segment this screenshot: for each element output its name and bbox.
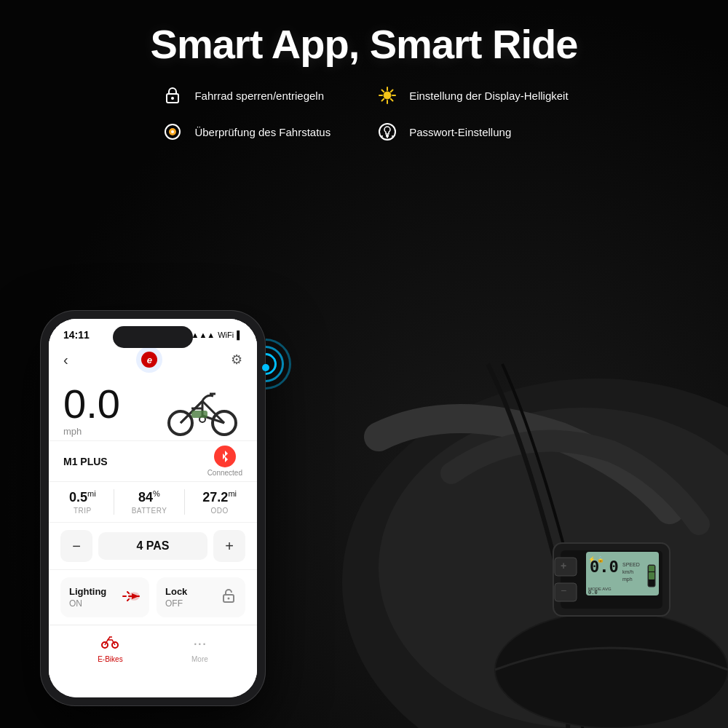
back-button[interactable]: ‹ [63, 352, 68, 368]
svg-text:SPEED: SPEED [622, 562, 640, 567]
features-col-left: Fahrrad sperren/entriegeln Überprüfung d… [159, 82, 331, 145]
svg-rect-49 [649, 572, 654, 579]
features-grid: Fahrrad sperren/entriegeln Überprüfung d… [0, 82, 728, 145]
nav-more[interactable]: ··· More [191, 634, 208, 663]
pas-value: 4 PAS [98, 532, 207, 560]
svg-line-11 [391, 99, 393, 101]
more-icon: ··· [193, 634, 206, 653]
lock-icon [159, 82, 186, 108]
odo-label: ODO [202, 507, 237, 515]
svg-line-12 [391, 90, 393, 92]
app-logo-letter: e [147, 355, 152, 365]
svg-rect-32 [191, 411, 207, 418]
svg-text:🔒: 🔒 [597, 555, 604, 563]
phone-body: 14:11 ▲▲▲ WiFi ▌ ‹ e ⚙ [40, 310, 266, 706]
ebikes-label: E-Bikes [98, 655, 122, 663]
bottom-nav: E-Bikes ··· More [49, 625, 257, 678]
svg-point-36 [228, 597, 230, 599]
wifi-icon: WiFi [218, 331, 234, 339]
bluetooth-icon [214, 446, 236, 467]
battery-label: BATTERY [132, 507, 167, 515]
app-interface: 14:11 ▲▲▲ WiFi ▌ ‹ e ⚙ [49, 319, 257, 697]
ebike-display-device: 0.0 SPEED km/h mph MODE AVG 0.0 + − ⚡ 🔒 [539, 521, 684, 641]
battery-value: 84% [132, 489, 167, 505]
svg-text:+: + [561, 560, 566, 571]
features-col-right: Einstellung der Display-Helligkeit Passw… [374, 82, 568, 145]
app-logo: e [136, 347, 162, 373]
odo-value: 27.2mi [202, 489, 237, 505]
trip-label: TRIP [69, 507, 96, 515]
svg-text:mph: mph [622, 577, 633, 582]
password-icon [374, 119, 400, 145]
lighting-label: Lighting [69, 586, 106, 597]
more-label: More [191, 655, 208, 663]
lock-control[interactable]: Lock OFF [157, 577, 245, 617]
main-title: Smart App, Smart Ride [0, 20, 728, 68]
handlebar-background [306, 218, 728, 728]
connection-status: Connected [207, 469, 242, 477]
speed-display: 0.0 mph [63, 384, 120, 437]
lock-icon [221, 587, 237, 608]
svg-text:−: − [561, 585, 566, 596]
stat-trip: 0.5mi TRIP [69, 489, 96, 515]
lighting-control[interactable]: Lighting ON [60, 577, 149, 617]
stat-divider-1 [114, 489, 114, 515]
stat-odo: 27.2mi ODO [202, 489, 237, 515]
phone-notch [113, 326, 193, 348]
stat-battery: 84% BATTERY [132, 489, 167, 515]
svg-point-16 [381, 135, 383, 137]
status-time: 14:11 [63, 329, 90, 341]
svg-text:km/h: km/h [622, 569, 633, 574]
svg-point-5 [384, 92, 391, 99]
lock-state: OFF [165, 598, 187, 609]
feature-status-text: Überprüfung des Fahrstatus [194, 126, 331, 138]
battery-icon: ▌ [237, 331, 242, 339]
speed-value: 0.0 [63, 384, 120, 424]
svg-text:0.0: 0.0 [588, 590, 598, 596]
device-name: M1 PLUS [63, 456, 108, 467]
app-logo-inner: e [141, 352, 157, 368]
app-navbar: ‹ e ⚙ [49, 344, 257, 379]
svg-line-13 [382, 99, 384, 101]
svg-text:⚡: ⚡ [588, 555, 596, 563]
svg-point-18 [392, 135, 393, 137]
brightness-icon [374, 82, 400, 108]
bike-image [162, 383, 242, 438]
lighting-state: ON [69, 598, 106, 609]
lighting-info: Lighting ON [69, 586, 106, 609]
pas-minus-button[interactable]: − [60, 530, 92, 562]
ebikes-icon [100, 634, 119, 653]
status-icon [159, 119, 186, 145]
controls-section: Lighting ON [49, 569, 257, 625]
phone-screen: 14:11 ▲▲▲ WiFi ▌ ‹ e ⚙ [49, 319, 257, 697]
trip-value: 0.5mi [69, 489, 96, 505]
feature-status: Überprüfung des Fahrstatus [159, 119, 331, 145]
connection-badge: Connected [207, 446, 242, 477]
connection-section: M1 PLUS Connected [49, 440, 257, 481]
speed-unit: mph [63, 426, 120, 437]
svg-point-17 [387, 137, 388, 138]
feature-lock-text: Fahrrad sperren/entriegeln [194, 90, 324, 102]
feature-lock: Fahrrad sperren/entriegeln [159, 82, 331, 108]
svg-point-1 [171, 97, 174, 100]
pas-section: − 4 PAS + [49, 522, 257, 569]
stats-section: 0.5mi TRIP 84% BATTERY 27.2mi [49, 481, 257, 522]
nav-ebikes[interactable]: E-Bikes [98, 634, 122, 663]
svg-rect-50 [649, 566, 654, 571]
lock-info: Lock OFF [165, 586, 187, 609]
status-icons: ▲▲▲ WiFi ▌ [191, 331, 242, 339]
svg-point-4 [171, 130, 174, 133]
header: Smart App, Smart Ride Fahrrad sperren/en… [0, 0, 728, 145]
lighting-icon [122, 588, 141, 607]
svg-line-10 [382, 90, 384, 92]
feature-password: Passwort-Einstellung [374, 119, 568, 145]
phone-mockup: 14:11 ▲▲▲ WiFi ▌ ‹ e ⚙ [40, 310, 266, 706]
signal-icon: ▲▲▲ [191, 331, 215, 339]
feature-brightness-text: Einstellung der Display-Helligkeit [409, 90, 568, 102]
speed-section: 0.0 mph [49, 379, 257, 440]
feature-password-text: Passwort-Einstellung [409, 126, 511, 138]
lock-label: Lock [165, 586, 187, 597]
stat-divider-2 [184, 489, 185, 515]
pas-plus-button[interactable]: + [213, 530, 245, 562]
svg-rect-15 [386, 135, 389, 137]
